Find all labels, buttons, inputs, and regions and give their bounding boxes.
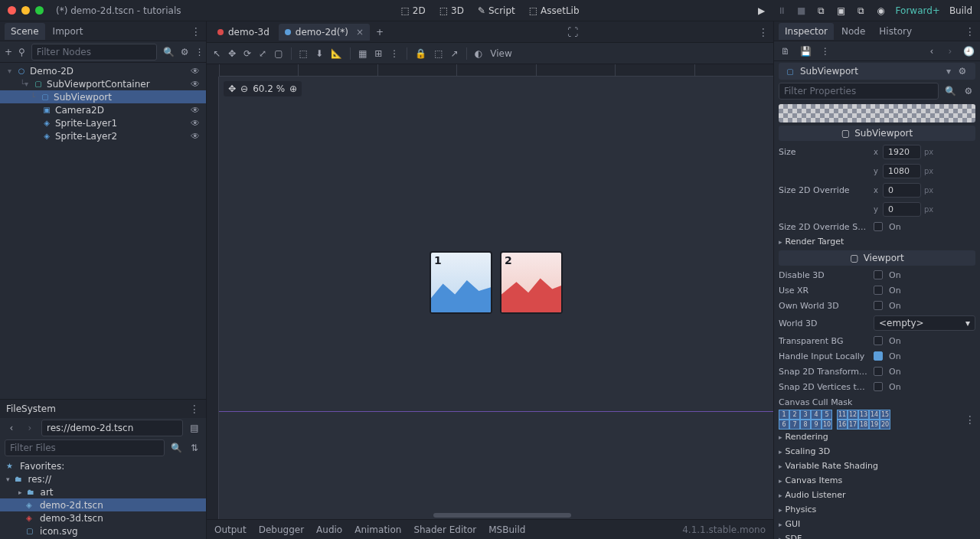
expand-physics[interactable]: ▸Physics: [779, 502, 975, 517]
nav-history-icon[interactable]: 🕘: [962, 44, 975, 58]
fs-demo2d[interactable]: ◈demo-2d.tscn: [0, 498, 206, 511]
section-subviewport[interactable]: ▢SubViewport: [779, 126, 975, 141]
scene-kebab-icon[interactable]: ⋮: [195, 45, 204, 59]
snap-icon[interactable]: ▦: [358, 48, 367, 59]
tab-scene[interactable]: Scene: [5, 23, 45, 40]
skeleton-icon[interactable]: ↗: [451, 48, 459, 59]
usexr-checkbox[interactable]: [874, 286, 883, 295]
canvas[interactable]: 1 2: [219, 77, 773, 519]
expand-sdf[interactable]: ▸SDF: [779, 531, 975, 539]
workspace-assetlib[interactable]: ⬚AssetLib: [529, 5, 580, 16]
grid-icon[interactable]: ⊞: [374, 48, 382, 59]
remote-icon[interactable]: ⧉: [816, 5, 827, 16]
tab-debugger[interactable]: Debugger: [259, 524, 304, 535]
group-icon[interactable]: ⬚: [434, 48, 443, 59]
doctab-demo3d[interactable]: demo-3d: [211, 24, 276, 41]
fs-search-icon[interactable]: 🔍: [169, 441, 183, 455]
tab-node[interactable]: Node: [835, 23, 871, 40]
expand-vrs[interactable]: ▸Variable Rate Shading: [779, 459, 975, 473]
split-view-icon[interactable]: ▤: [188, 421, 201, 435]
nav-fwd-icon[interactable]: ›: [943, 44, 957, 58]
filter-properties-input[interactable]: [779, 83, 939, 100]
fs-favorites[interactable]: ★Favorites:: [0, 459, 206, 472]
preview-icon[interactable]: ◐: [475, 48, 482, 59]
node-demo2d[interactable]: ▾○Demo-2D👁: [0, 64, 206, 77]
tab-shader[interactable]: Shader Editor: [413, 524, 476, 535]
section-viewport[interactable]: ▢Viewport: [779, 250, 975, 266]
cullmask-menu-icon[interactable]: ⋮: [965, 413, 975, 426]
transparent-checkbox[interactable]: [874, 336, 883, 345]
chevron-down-icon[interactable]: ▾: [946, 66, 951, 77]
tab-audio[interactable]: Audio: [316, 524, 342, 535]
play-custom-icon[interactable]: ⧉: [856, 5, 867, 16]
inspector-object[interactable]: ▢ SubViewport ▾ ⚙: [779, 63, 975, 80]
horizontal-scrollbar[interactable]: [433, 513, 571, 518]
search-icon[interactable]: 🔍: [943, 84, 957, 98]
fs-menu-icon[interactable]: ⋮: [189, 403, 200, 415]
snap-menu-icon[interactable]: ⋮: [390, 48, 399, 59]
insp-extra-icon[interactable]: ⚙: [956, 64, 969, 78]
fs-icon-svg[interactable]: ▢icon.svg: [0, 524, 206, 537]
renderer-dropdown[interactable]: Forward+: [896, 5, 940, 16]
close-window[interactable]: [8, 6, 16, 15]
tool-icon[interactable]: ⬇: [315, 48, 323, 59]
node-sprite1[interactable]: ◈Sprite-Layer1👁: [0, 116, 206, 129]
expand-gui[interactable]: ▸GUI: [779, 517, 975, 531]
sprite-layer2[interactable]: 2: [500, 251, 563, 314]
fs-demo3d[interactable]: ◈demo-3d.tscn: [0, 511, 206, 524]
move-tool-icon[interactable]: ✥: [228, 48, 236, 59]
cull-mask-grid[interactable]: 123451112131415 6789101617181920: [779, 410, 890, 430]
path-input[interactable]: [41, 420, 183, 436]
tab-import[interactable]: Import: [47, 23, 90, 40]
snaptransforms-checkbox[interactable]: [874, 367, 883, 376]
node-subviewportcontainer[interactable]: └▾▢SubViewportContainer👁: [0, 77, 206, 90]
expand-render-target[interactable]: ▸Render Target: [779, 234, 975, 249]
filter-files-input[interactable]: [5, 439, 165, 456]
workspace-2d[interactable]: ⬚2D: [400, 5, 425, 16]
node-sprite2[interactable]: ◈Sprite-Layer2👁: [0, 129, 206, 142]
filter-nodes-input[interactable]: [31, 44, 157, 60]
minimize-window[interactable]: [21, 6, 30, 15]
scene-menu-icon[interactable]: ⋮: [191, 25, 201, 38]
play-scene-icon[interactable]: ▣: [836, 5, 847, 16]
insp-kebab-icon[interactable]: ⋮: [818, 44, 832, 58]
ruler-tool-icon[interactable]: 📐: [331, 48, 342, 59]
filter-icon[interactable]: ⚙: [181, 45, 189, 59]
nav-back-icon[interactable]: ‹: [925, 44, 939, 58]
disable3d-checkbox[interactable]: [874, 270, 883, 279]
node-camera2d[interactable]: ▣Camera2D👁: [0, 103, 206, 116]
tool-icon[interactable]: ▢: [274, 48, 283, 59]
expand-view-icon[interactable]: ⛶: [567, 26, 578, 38]
fs-folder-art[interactable]: ▸🖿art: [0, 485, 206, 498]
lock-icon[interactable]: 🔒: [415, 48, 426, 59]
pause-icon[interactable]: ⏸: [776, 5, 787, 16]
tab-inspector[interactable]: Inspector: [779, 23, 834, 40]
expand-canvasitems[interactable]: ▸Canvas Items: [779, 473, 975, 488]
insp-save-icon[interactable]: 💾: [799, 44, 812, 58]
snapvertices-checkbox[interactable]: [874, 382, 883, 391]
tab-animation[interactable]: Animation: [354, 524, 401, 535]
build-button[interactable]: Build: [949, 5, 972, 16]
fs-root[interactable]: ▾🖿res://: [0, 472, 206, 485]
fs-sort-icon[interactable]: ⇅: [188, 441, 201, 455]
maximize-window[interactable]: [35, 6, 44, 15]
ownworld-checkbox[interactable]: [874, 301, 883, 310]
expand-audiolistener[interactable]: ▸Audio Listener: [779, 488, 975, 502]
play-icon[interactable]: ▶: [756, 5, 767, 16]
rotate-tool-icon[interactable]: ⟳: [243, 48, 251, 59]
nav-fwd-icon[interactable]: ›: [23, 421, 37, 435]
stop-icon[interactable]: ■: [796, 5, 807, 16]
override-y-input[interactable]: 0: [883, 202, 921, 217]
handleinput-checkbox[interactable]: [874, 351, 883, 361]
nav-back-icon[interactable]: ‹: [5, 421, 18, 435]
size-y-input[interactable]: 1080: [883, 164, 921, 178]
doctab-demo2d[interactable]: demo-2d(*)×: [279, 24, 370, 41]
size-x-input[interactable]: 1920: [883, 145, 921, 159]
workspace-script[interactable]: ✎Script: [478, 5, 515, 16]
node-subviewport[interactable]: └▢SubViewport: [0, 90, 206, 103]
select-tool-icon[interactable]: ↖: [213, 48, 220, 59]
override-x-input[interactable]: 0: [883, 183, 921, 198]
link-node-button[interactable]: ⚲: [18, 45, 25, 59]
render-icon[interactable]: ◉: [876, 5, 887, 16]
doctabs-menu-icon[interactable]: ⋮: [758, 26, 769, 38]
